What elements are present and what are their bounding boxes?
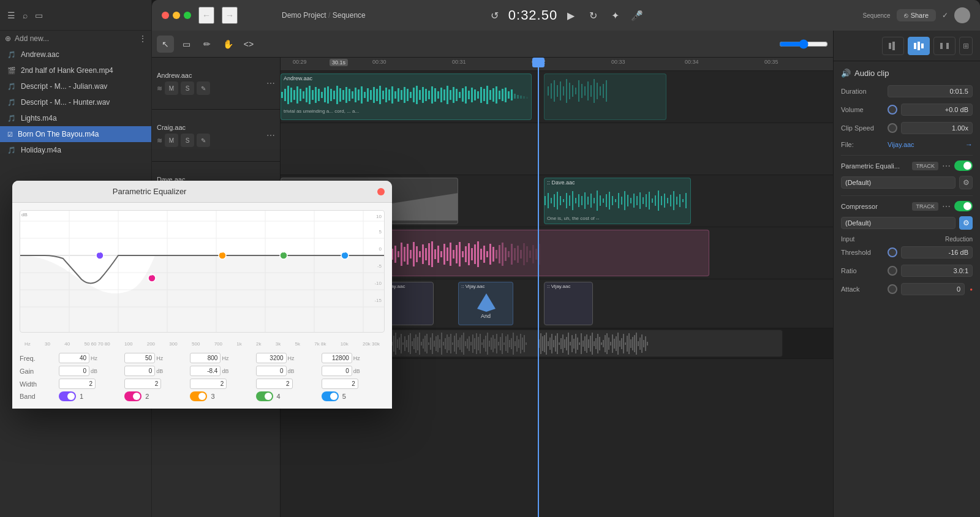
sidebar-item-descript-julian[interactable]: 🎵 Descript - M... - Julian.wav [0, 78, 151, 94]
eq-track-pill[interactable]: TRACK [912, 162, 938, 170]
zoom-slider[interactable] [779, 39, 828, 49]
panel-adjust-button[interactable]: ⊞ [959, 37, 973, 55]
eq-band3-freq-input[interactable] [190, 353, 221, 363]
attack-value[interactable]: 0 [901, 283, 965, 295]
threshold-value[interactable]: -16 dB [901, 246, 973, 258]
back-button[interactable]: ← [198, 7, 214, 24]
sidebar-item-hank[interactable]: 🎬 2nd half of Hank Green.mp4 [0, 62, 151, 78]
playhead[interactable] [538, 58, 539, 517]
eq-band5-toggle[interactable] [322, 391, 339, 401]
sidebar-item-andrew[interactable]: 🎵 Andrew.aac [0, 47, 151, 62]
comp-settings-button[interactable]: ⚙ [959, 216, 973, 230]
clip-speed-knob[interactable] [888, 123, 897, 133]
eq-band1-gain-input[interactable] [59, 366, 89, 376]
rewind-button[interactable]: ↺ [486, 7, 503, 24]
track-mute-button[interactable]: M [165, 81, 178, 95]
hand-tool-button[interactable]: ✋ [219, 36, 236, 53]
eq-more-button[interactable]: ⋯ [942, 161, 951, 171]
attack-knob[interactable] [888, 284, 897, 294]
comp-track-pill[interactable]: TRACK [912, 202, 938, 211]
sidebar-item-lights[interactable]: 🎵 Lights.m4a [0, 110, 151, 126]
eq-band2-gain-input[interactable] [124, 366, 155, 376]
sidebar-item-holiday[interactable]: 🎵 Holiday.m4a [0, 142, 151, 158]
volume-value[interactable]: +0.0 dB [901, 104, 973, 116]
hamburger-icon[interactable]: ☰ [7, 10, 15, 20]
eq-band1-width-input[interactable] [59, 379, 96, 389]
eq-band2-toggle[interactable] [124, 391, 141, 401]
eq-toggle[interactable] [954, 160, 973, 171]
track-more-button[interactable]: ⋯ [266, 130, 275, 140]
comp-preset-select[interactable]: (Default) [841, 217, 956, 229]
minimize-button[interactable] [173, 12, 180, 19]
track-solo-button[interactable]: S [181, 81, 194, 95]
code-tool-button[interactable]: <> [240, 36, 257, 53]
eq-preset-select[interactable]: (Default) [841, 176, 956, 189]
volume-knob[interactable] [888, 105, 897, 115]
panel-view-2-button[interactable] [908, 37, 930, 55]
eq-band4-freq-input[interactable] [256, 353, 287, 363]
sidebar-item-descript-hunter[interactable]: 🎵 Descript - M... - Hunter.wav [0, 94, 151, 110]
sparkle-button[interactable]: ✦ [606, 7, 624, 24]
track-header-andrew: Andrew.aac ≋ M S ✎ ⋯ [152, 58, 280, 110]
track-solo-button[interactable]: S [181, 134, 194, 147]
rectangle-tool-button[interactable]: ▭ [178, 36, 195, 53]
play-button[interactable]: ▶ [562, 7, 579, 24]
svg-rect-432 [636, 333, 637, 355]
microphone-button[interactable]: 🎤 [628, 7, 646, 24]
eq-band2-width-input[interactable] [124, 379, 161, 389]
comp-more-button[interactable]: ⋯ [942, 202, 951, 211]
ratio-knob[interactable] [888, 266, 897, 276]
user-avatar[interactable] [954, 7, 970, 23]
panel-icon[interactable]: ▭ [35, 10, 43, 20]
forward-button[interactable]: → [222, 7, 238, 24]
track-gain-button[interactable]: ✎ [197, 134, 210, 147]
clip-speed-value[interactable]: 1.00x [901, 122, 973, 134]
search-icon[interactable]: ⌕ [23, 10, 28, 20]
duration-value[interactable]: 0:01.5 [888, 85, 973, 97]
close-button[interactable] [162, 12, 169, 19]
share-button[interactable]: ⎋ Share [897, 9, 936, 21]
pen-tool-button[interactable]: ✏ [198, 36, 216, 53]
eq-band5-freq-input[interactable] [322, 353, 352, 363]
audio-clip-vijay-4[interactable]: :: Vijay.aac [544, 282, 593, 325]
track-lane-craig[interactable] [281, 123, 833, 175]
track-mute-button[interactable]: M [165, 134, 178, 147]
fast-forward-button[interactable]: ↻ [584, 7, 601, 24]
sidebar-item-label: Descript - M... - Julian.wav [21, 82, 107, 91]
eq-band4-width-input[interactable] [256, 379, 293, 389]
audio-clip-andrew-2[interactable] [544, 74, 666, 120]
filter-icon[interactable]: ⋮ [139, 34, 146, 43]
eq-band3-toggle[interactable] [190, 391, 207, 401]
eq-band1-freq-input[interactable] [59, 353, 89, 363]
eq-close-button[interactable] [377, 188, 385, 195]
ratio-value[interactable]: 3.0:1 [901, 265, 973, 277]
file-arrow-icon[interactable]: → [965, 140, 973, 149]
eq-chart[interactable]: 10 5 0 -5 -10 -15 dB [20, 210, 385, 333]
panel-view-3-button[interactable] [933, 37, 956, 55]
eq-band5-gain-input[interactable] [322, 366, 352, 376]
eq-band4-gain-input[interactable] [256, 366, 287, 376]
sidebar-item-born[interactable]: ☑ Born On The Bayou.m4a [0, 126, 151, 142]
audio-clip-andrew[interactable]: Andrew.aac [281, 74, 532, 120]
eq-band3-gain-input[interactable] [190, 366, 221, 376]
eq-band3-width-input[interactable] [190, 379, 227, 389]
track-lane-andrew[interactable]: Andrew.aac [281, 71, 833, 123]
eq-band4-toggle[interactable] [256, 391, 273, 401]
eq-settings-button[interactable]: ⚙ [959, 176, 973, 189]
eq-band5-width-input[interactable] [322, 379, 358, 389]
track-gain-button[interactable]: ✎ [197, 81, 210, 95]
track-more-button[interactable]: ⋯ [266, 78, 275, 88]
svg-rect-316 [412, 341, 413, 346]
comp-toggle[interactable] [954, 201, 973, 211]
audio-clip-vijay-3[interactable]: :: Vijay.aac And [458, 282, 513, 325]
threshold-knob[interactable] [888, 247, 897, 257]
panel-view-1-button[interactable] [882, 37, 904, 55]
eq-band2-freq-input[interactable] [124, 353, 155, 363]
add-new-button[interactable]: ⊕ Add new... ⋮ [0, 31, 151, 47]
audio-clip-dave-2[interactable]: :: Dave.aac [544, 178, 691, 224]
eq-band1-toggle[interactable] [59, 391, 76, 401]
eq-band1-freq-cell: Hz [59, 353, 122, 363]
maximize-button[interactable] [184, 12, 191, 19]
select-tool-button[interactable]: ↖ [157, 36, 174, 53]
file-link[interactable]: Vijay.aac [888, 141, 962, 148]
